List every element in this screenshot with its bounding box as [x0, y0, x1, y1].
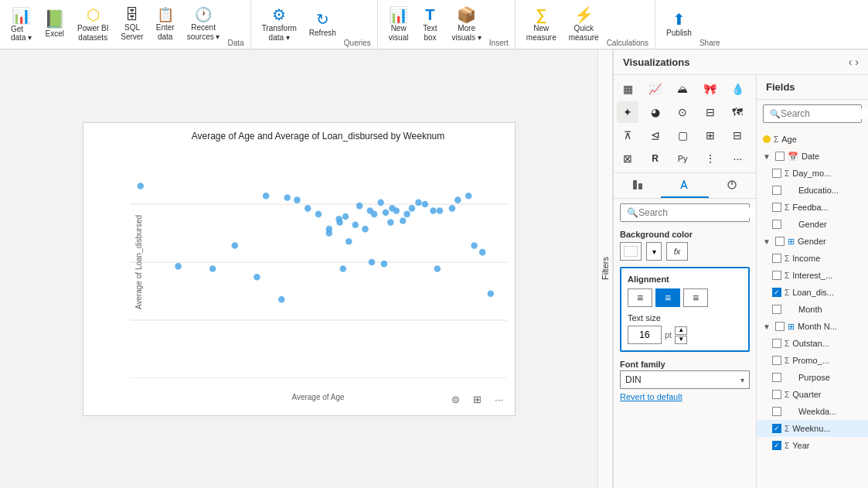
interest-checkbox[interactable]	[772, 271, 781, 280]
field-item-month[interactable]: Month	[757, 301, 868, 318]
viz-panel: ▦ 📈 ⛰ 🎀 💧 ✦ ◕ ⊙ ⊟ 🗺 ⊼ ⊴ ▢ ⊞ ⊟ ⊠ R	[614, 75, 757, 488]
svg-point-19	[175, 263, 181, 270]
weekda-checkbox[interactable]	[772, 407, 781, 416]
refresh-button[interactable]: ↻ Refresh	[305, 9, 341, 40]
viz-card[interactable]: ▢	[672, 125, 693, 146]
viz-ribbon-chart[interactable]: 🎀	[700, 78, 721, 100]
field-item-age[interactable]: Σ Age	[757, 131, 868, 148]
viz-decomp[interactable]: ⋮	[700, 148, 721, 169]
viz-nav-prev[interactable]: ‹	[849, 56, 853, 68]
field-item-quarter[interactable]: Σ Quarter	[757, 386, 868, 403]
field-item-promo[interactable]: Σ Promo_...	[757, 352, 868, 369]
sql-server-button[interactable]: 🗄 SQLServer	[116, 5, 148, 45]
align-center-button[interactable]: ≡	[655, 288, 680, 307]
field-item-weekda[interactable]: Weekda...	[757, 403, 868, 420]
viz-tab-format[interactable]	[661, 173, 708, 198]
weeknum-checkbox[interactable]: ✓	[772, 424, 781, 433]
field-item-interest[interactable]: Σ Interest_...	[757, 267, 868, 284]
viz-pie[interactable]: ◕	[645, 101, 666, 123]
field-item-education[interactable]: Educatio...	[757, 182, 868, 199]
fields-search-input[interactable]	[781, 108, 868, 119]
viz-nav-next[interactable]: ›	[855, 56, 859, 68]
viz-funnel[interactable]: ⊼	[617, 125, 638, 146]
viz-search-input[interactable]	[638, 207, 754, 218]
field-group-date[interactable]: ▼ 📅 Date	[757, 148, 868, 165]
new-visual-button[interactable]: 📊 Newvisual	[384, 4, 414, 46]
field-item-outstan[interactable]: Σ Outstan...	[757, 335, 868, 352]
promo-checkbox[interactable]	[772, 356, 781, 365]
gender-checkbox[interactable]	[772, 220, 781, 229]
viz-map[interactable]: 🗺	[727, 101, 748, 123]
field-group-gender2[interactable]: ▼ ⊞ Gender	[757, 233, 868, 250]
new-measure-button[interactable]: ∑ Newmeasure	[522, 4, 561, 46]
transform-data-button[interactable]: ⚙ Transformdata ▾	[257, 4, 301, 46]
text-size-increment[interactable]: ▲	[675, 326, 687, 335]
viz-bar-chart[interactable]: ▦	[617, 78, 638, 100]
more-visuals-button[interactable]: 📦 Morevisuals ▾	[447, 4, 485, 46]
quarter-checkbox[interactable]	[772, 390, 781, 399]
more-options-button[interactable]: ···	[490, 391, 509, 409]
viz-scatter[interactable]: ✦	[617, 101, 638, 123]
viz-slicer[interactable]: ⊠	[617, 148, 638, 169]
fields-search-box[interactable]: 🔍	[763, 104, 862, 123]
month-checkbox[interactable]	[772, 305, 781, 314]
field-item-income[interactable]: Σ Income	[757, 250, 868, 267]
daymo-checkbox[interactable]	[772, 169, 781, 178]
revert-to-default-link[interactable]: Revert to default	[614, 389, 756, 404]
viz-r-script[interactable]: R	[645, 148, 666, 169]
viz-gauge[interactable]: ⊴	[645, 125, 666, 146]
quarter-sigma-icon: Σ	[785, 391, 789, 399]
power-bi-datasets-button[interactable]: ⬡ Power BIdatasets	[73, 4, 113, 46]
field-item-gender[interactable]: Gender	[757, 216, 868, 233]
loandis-checkbox[interactable]: ✓	[772, 288, 781, 297]
field-item-weeknum[interactable]: ✓ Σ Weeknu...	[757, 420, 868, 437]
viz-tab-analytics[interactable]	[709, 173, 756, 198]
viz-more[interactable]: ···	[727, 148, 748, 169]
enter-data-button[interactable]: 📋 Enterdata	[151, 5, 179, 45]
enter-data-label: Enterdata	[156, 23, 175, 42]
align-left-button[interactable]: ≡	[628, 288, 652, 307]
align-right-button[interactable]: ≡	[683, 288, 708, 307]
quick-measure-button[interactable]: ⚡ Quickmeasure	[564, 4, 604, 46]
outstan-checkbox[interactable]	[772, 339, 781, 348]
year-checkbox[interactable]: ✓	[772, 441, 781, 450]
gender2-checkbox[interactable]	[775, 237, 785, 246]
field-item-purpose[interactable]: Purpose	[757, 369, 868, 386]
purpose-checkbox[interactable]	[772, 373, 781, 382]
text-box-button[interactable]: T Textbox	[416, 4, 444, 46]
field-item-daymo[interactable]: Σ Day_mo...	[757, 165, 868, 182]
bg-color-swatch-button[interactable]	[620, 242, 642, 261]
font-family-dropdown[interactable]: DIN ▾	[620, 370, 750, 389]
viz-matrix[interactable]: ⊟	[727, 125, 748, 146]
field-item-loandis[interactable]: ✓ Σ Loan_dis...	[757, 284, 868, 301]
feedback-checkbox[interactable]	[772, 203, 781, 212]
viz-waterfall[interactable]: 💧	[727, 78, 748, 100]
viz-donut[interactable]: ⊙	[672, 101, 693, 123]
viz-line-chart[interactable]: 📈	[645, 78, 666, 100]
filters-panel[interactable]: Filters	[597, 49, 613, 488]
bg-color-dropdown-button[interactable]: ▾	[646, 242, 662, 261]
education-checkbox[interactable]	[772, 186, 781, 195]
recent-sources-button[interactable]: 🕐 Recentsources ▾	[182, 5, 225, 45]
field-item-feedback[interactable]: Σ Feedba...	[757, 199, 868, 216]
monthn-checkbox[interactable]	[775, 322, 785, 331]
date-checkbox[interactable]	[775, 152, 785, 161]
income-checkbox[interactable]	[772, 254, 781, 263]
fx-button[interactable]: fx	[666, 242, 688, 261]
text-size-decrement[interactable]: ▼	[675, 336, 687, 344]
viz-area-chart[interactable]: ⛰	[672, 78, 693, 100]
viz-python[interactable]: Py	[672, 148, 693, 169]
viz-tab-build[interactable]	[614, 173, 661, 198]
viz-table[interactable]: ⊞	[700, 125, 721, 146]
filter-chart-button[interactable]: ⊜	[447, 391, 465, 409]
field-item-year[interactable]: ✓ Σ Year	[757, 437, 868, 454]
viz-search-box[interactable]: 🔍	[620, 203, 750, 222]
excel-button[interactable]: 📗 Excel	[39, 8, 70, 41]
field-group-monthn[interactable]: ▼ ⊞ Month N...	[757, 318, 868, 335]
viz-treemap[interactable]: ⊟	[700, 101, 721, 123]
get-data-button[interactable]: 📊 Getdata ▾	[6, 5, 36, 45]
text-size-input[interactable]	[628, 326, 662, 344]
focus-mode-button[interactable]: ⊞	[468, 391, 487, 409]
publish-button[interactable]: ⬆ Publish	[662, 9, 696, 40]
alignment-title: Alignment	[628, 275, 742, 284]
